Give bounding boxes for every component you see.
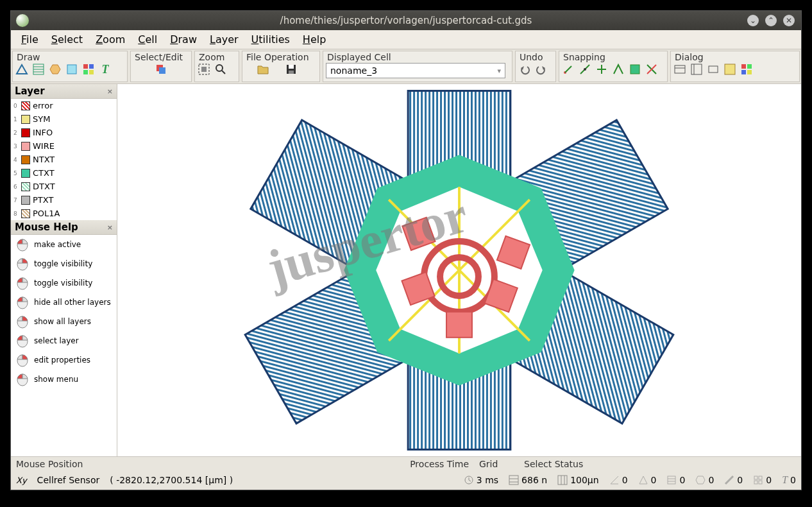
mouseposition-label: Mouse Position bbox=[16, 459, 83, 469]
dialog-3-icon[interactable] bbox=[707, 63, 720, 76]
mousehelp-label: make active bbox=[34, 240, 81, 249]
snap-2-icon[interactable] bbox=[579, 63, 591, 76]
mousehelp-panel-close-icon[interactable]: × bbox=[107, 223, 113, 232]
svg-rect-14 bbox=[201, 67, 207, 72]
menu-layer[interactable]: Layer bbox=[203, 31, 245, 48]
sel-text-icon: T bbox=[782, 474, 788, 486]
titlebar[interactable]: /home/thies/juspertor/vorlagen/juspertor… bbox=[11, 11, 801, 30]
grid1-value: 686 n bbox=[521, 475, 547, 485]
menu-file[interactable]: File bbox=[15, 31, 45, 48]
grid1-icon bbox=[509, 475, 519, 485]
sel-poly-icon bbox=[695, 475, 706, 485]
layer-name: POL1A bbox=[33, 209, 60, 218]
undo-icon[interactable] bbox=[518, 63, 531, 76]
layer-num: 6 bbox=[13, 184, 19, 190]
svg-rect-37 bbox=[741, 64, 746, 69]
draw-hexagon-icon[interactable] bbox=[49, 63, 62, 76]
svg-rect-12 bbox=[159, 67, 165, 74]
snap-6-icon[interactable] bbox=[645, 63, 658, 76]
file-save-icon[interactable] bbox=[285, 63, 298, 76]
dialog-4-icon[interactable] bbox=[723, 63, 736, 76]
layer-row-ptxt[interactable]: 7PTXT bbox=[11, 193, 117, 207]
mousehelp-row: edit properties bbox=[11, 350, 117, 370]
mousehelp-row: toggle visibility bbox=[11, 254, 117, 273]
menu-zoom[interactable]: Zoom bbox=[89, 31, 131, 48]
svg-rect-8 bbox=[89, 64, 94, 69]
sel-box-icon bbox=[753, 475, 763, 485]
svg-rect-6 bbox=[67, 65, 76, 74]
layer-swatch-icon bbox=[21, 209, 30, 218]
toolgroup-selectedit: Select/Edit bbox=[130, 51, 192, 82]
mousehelp-label: toggle visibility bbox=[34, 279, 92, 288]
sel-angle-value: 0 bbox=[622, 475, 628, 485]
svg-rect-18 bbox=[289, 65, 294, 69]
sel-tri-value: 0 bbox=[651, 475, 657, 485]
mouse-icon bbox=[13, 276, 31, 290]
sel-poly-value: 0 bbox=[708, 475, 714, 485]
file-open-icon[interactable] bbox=[257, 63, 269, 76]
snap-5-icon[interactable] bbox=[629, 63, 641, 76]
layer-row-dtxt[interactable]: 6DTXT bbox=[11, 180, 117, 193]
close-button[interactable]: ✕ bbox=[783, 15, 795, 26]
menu-select[interactable]: Select bbox=[45, 31, 89, 48]
snap-4-icon[interactable] bbox=[612, 63, 625, 76]
draw-grid-icon[interactable] bbox=[82, 63, 95, 76]
sel-box-value: 0 bbox=[766, 475, 772, 485]
redo-icon[interactable] bbox=[535, 63, 548, 76]
displayed-cell-select[interactable]: noname_3 ▾ bbox=[326, 63, 505, 78]
selectedit-tool-icon[interactable] bbox=[155, 63, 167, 76]
dialog-5-icon[interactable] bbox=[740, 63, 753, 76]
snap-3-icon[interactable] bbox=[595, 63, 608, 76]
layer-row-error[interactable]: 0error bbox=[11, 99, 117, 112]
snap-1-icon[interactable] bbox=[562, 63, 575, 76]
zoom-fit-icon[interactable] bbox=[198, 63, 210, 76]
dialog-1-icon[interactable] bbox=[673, 63, 686, 76]
mousehelp-panel-title: Mouse Help bbox=[15, 221, 78, 233]
cellref-value: Cellref Sensor bbox=[37, 475, 100, 485]
layer-row-ctxt[interactable]: 5CTXT bbox=[11, 166, 117, 180]
svg-rect-10 bbox=[89, 70, 94, 74]
menu-utilities[interactable]: Utilities bbox=[245, 31, 296, 48]
layer-swatch-icon bbox=[21, 115, 30, 124]
toolgroup-displayedcell: Displayed Cell noname_3 ▾ bbox=[323, 51, 512, 82]
layer-name: INFO bbox=[33, 128, 53, 137]
mousehelp-row: toggle visibility bbox=[11, 273, 117, 293]
svg-line-16 bbox=[222, 71, 225, 74]
menu-draw[interactable]: Draw bbox=[164, 31, 203, 48]
maximize-button[interactable]: ⌃ bbox=[765, 15, 777, 26]
layer-row-wire[interactable]: 3WIRE bbox=[11, 139, 117, 153]
dialog-2-icon[interactable] bbox=[690, 63, 703, 76]
status-bar: Mouse Position Process Time Grid Select … bbox=[11, 456, 801, 490]
minimize-button[interactable]: ⌄ bbox=[747, 15, 759, 26]
draw-text-icon[interactable]: T bbox=[99, 63, 112, 76]
zoom-magnify-icon[interactable] bbox=[214, 63, 227, 76]
svg-rect-35 bbox=[709, 66, 718, 73]
toolgroup-displayedcell-label: Displayed Cell bbox=[326, 52, 509, 63]
mousehelp-row: show menu bbox=[11, 370, 117, 389]
layer-row-ntxt[interactable]: 4NTXT bbox=[11, 153, 117, 166]
selectstatus-label: Select Status bbox=[524, 459, 583, 469]
layer-swatch-icon bbox=[21, 196, 30, 205]
side-panel: Layer × 0error1SYM2INFO3WIRE4NTXT5CTXT6D… bbox=[11, 84, 117, 456]
layer-panel-close-icon[interactable]: × bbox=[107, 87, 113, 96]
mouse-icon bbox=[13, 295, 31, 309]
layer-row-info[interactable]: 2INFO bbox=[11, 126, 117, 139]
canvas-svg bbox=[117, 84, 801, 456]
toolgroup-selectedit-label: Select/Edit bbox=[133, 52, 189, 63]
mouse-icon bbox=[13, 334, 31, 348]
draw-hatch-icon[interactable] bbox=[32, 63, 45, 76]
svg-rect-38 bbox=[747, 64, 752, 69]
layer-row-pol1a[interactable]: 8POL1A bbox=[11, 207, 117, 220]
mousehelp-row: select layer bbox=[11, 331, 117, 350]
menu-cell[interactable]: Cell bbox=[131, 31, 164, 48]
menu-help[interactable]: Help bbox=[296, 31, 332, 48]
processtime-icon bbox=[464, 475, 474, 485]
layer-row-sym[interactable]: 1SYM bbox=[11, 112, 117, 126]
sel-hatch-value: 0 bbox=[679, 475, 685, 485]
layer-num: 5 bbox=[13, 170, 19, 176]
layer-swatch-icon bbox=[21, 101, 30, 110]
mousehelp-label: show menu bbox=[34, 375, 78, 384]
draw-triangle-icon[interactable] bbox=[15, 63, 28, 76]
draw-square-icon[interactable] bbox=[65, 63, 78, 76]
layout-canvas[interactable]: juspertor bbox=[117, 84, 801, 456]
